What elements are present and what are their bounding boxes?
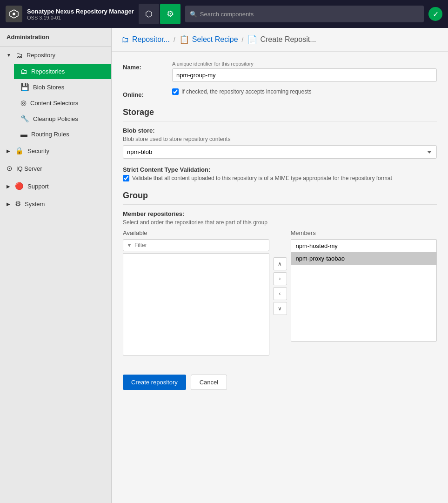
cube-nav-button[interactable]: ⬡: [139, 4, 159, 24]
form-area: Name: A unique identifier for this repos…: [112, 52, 448, 409]
breadcrumb-select-recipe[interactable]: 📋 Select Recipe: [179, 34, 238, 45]
chevron-left-icon: ‹: [279, 290, 281, 297]
chevron-up-icon: ∧: [278, 261, 282, 267]
sidebar-item-system[interactable]: ▶ ⚙ System: [0, 195, 111, 213]
cleanup-policies-icon: 🔧: [20, 114, 29, 123]
create-repository-button[interactable]: Create repository: [123, 375, 186, 390]
blob-store-select[interactable]: npm-blob default: [123, 145, 437, 159]
arrow-icon: ▶: [7, 184, 10, 189]
sidebar-item-blob-stores[interactable]: 💾 Blob Stores: [14, 79, 111, 95]
breadcrumb-label: Create Reposit...: [260, 35, 316, 44]
name-row: Name: A unique identifier for this repos…: [123, 61, 437, 82]
online-checkbox-row: If checked, the repository accepts incom…: [172, 88, 437, 95]
search-bar: 🔍: [185, 6, 424, 22]
sidebar-item-label: Cleanup Policies: [33, 115, 78, 122]
sidebar-item-label: Security: [27, 148, 49, 154]
list-item[interactable]: npm-proxy-taobao: [291, 252, 437, 265]
arrow-icon: ▶: [7, 148, 10, 154]
search-input[interactable]: [200, 11, 419, 18]
sidebar-item-repositories[interactable]: 🗂 Repositories: [14, 64, 111, 79]
name-input[interactable]: [172, 68, 437, 82]
sidebar-item-repository[interactable]: ▼ 🗂 Repository: [0, 47, 111, 64]
sidebar-item-cleanup-policies[interactable]: 🔧 Cleanup Policies: [14, 111, 111, 127]
content-selectors-icon: ◎: [20, 99, 27, 107]
members-column: Members npm-hosted-my npm-proxy-taobao: [291, 229, 437, 342]
strict-hint-label: Validate that all content uploaded to th…: [132, 175, 392, 181]
sidebar-item-label: Content Selectors: [30, 100, 78, 107]
sidebar-item-content-selectors[interactable]: ◎ Content Selectors: [14, 95, 111, 111]
sidebar-item-label: System: [25, 201, 45, 208]
online-hint-label: If checked, the repository accepts incom…: [181, 88, 311, 95]
sidebar-item-label: Support: [27, 183, 49, 190]
main-layout: Administration ▼ 🗂 Repository 🗂 Reposito…: [0, 28, 448, 503]
blob-store-hint: Blob store used to store repository cont…: [123, 136, 437, 142]
sidebar: Administration ▼ 🗂 Repository 🗂 Reposito…: [0, 28, 112, 503]
bc-repo-icon: 🗂: [121, 35, 129, 45]
online-checkbox[interactable]: [172, 88, 179, 95]
arrow-icon: ▶: [7, 201, 10, 207]
sidebar-item-iq-server[interactable]: ⊙ IQ Server: [0, 160, 111, 177]
move-up-button[interactable]: ∧: [273, 257, 287, 270]
blob-stores-icon: 💾: [20, 83, 29, 91]
blob-store-group: Blob store: Blob store used to store rep…: [123, 127, 437, 159]
repositories-icon: 🗂: [20, 67, 27, 75]
breadcrumb: 🗂 Repositor... / 📋 Select Recipe / 📄 Cre…: [112, 28, 448, 52]
move-down-button[interactable]: ∨: [273, 302, 287, 315]
topbar-nav: ⬡ ⚙: [139, 4, 181, 24]
online-label: Online:: [123, 88, 165, 98]
sidebar-item-label: Blob Stores: [33, 84, 64, 91]
chevron-right-icon: ›: [279, 275, 281, 282]
breadcrumb-repositories[interactable]: 🗂 Repositor...: [121, 35, 170, 45]
gear-nav-button[interactable]: ⚙: [160, 4, 181, 24]
online-value-col: If checked, the repository accepts incom…: [172, 88, 437, 95]
blob-store-label: Blob store:: [123, 127, 437, 134]
filter-wrapper: ▼: [123, 239, 269, 251]
transfer-controls: ∧ › ‹ ∨: [269, 229, 291, 315]
system-icon: ⚙: [15, 200, 21, 208]
arrow-icon: ▼: [7, 53, 11, 58]
app-title: Sonatype Nexus Repository Manager: [27, 8, 134, 15]
topbar: Sonatype Nexus Repository Manager OSS 3.…: [0, 0, 448, 28]
name-label: Name:: [123, 61, 165, 71]
filter-input[interactable]: [123, 239, 269, 251]
bc-create-icon: 📄: [247, 34, 257, 45]
breadcrumb-create-repository: 📄 Create Reposit...: [247, 34, 316, 45]
members-list-box: npm-hosted-my npm-proxy-taobao: [291, 239, 437, 342]
svg-point-1: [13, 13, 15, 15]
online-row: Online: If checked, the repository accep…: [123, 88, 437, 98]
name-hint: A unique identifier for this repository: [172, 61, 437, 67]
name-value-col: A unique identifier for this repository: [172, 61, 437, 82]
security-icon: 🔒: [15, 147, 24, 155]
strict-checkbox[interactable]: [123, 175, 129, 181]
sidebar-item-routing-rules[interactable]: ▬ Routing Rules: [14, 127, 111, 142]
member-repos-group: Member repositories: Select and order th…: [123, 210, 437, 355]
strict-validation-group: Strict Content Type Validation: Validate…: [123, 166, 437, 181]
move-left-button[interactable]: ‹: [273, 287, 287, 300]
move-right-button[interactable]: ›: [273, 272, 287, 285]
available-label: Available: [123, 229, 269, 236]
group-section-title: Group: [123, 191, 437, 205]
members-area: Available ▼ ∧: [123, 229, 437, 355]
member-repos-label: Member repositories:: [123, 210, 437, 217]
filter-icon: ▼: [127, 242, 132, 248]
main-content: 🗂 Repositor... / 📋 Select Recipe / 📄 Cre…: [112, 28, 448, 503]
strict-label: Strict Content Type Validation:: [123, 166, 437, 173]
sidebar-item-label: IQ Server: [16, 165, 42, 172]
cancel-button[interactable]: Cancel: [191, 375, 227, 390]
sidebar-item-support[interactable]: ▶ 🔴 Support: [0, 177, 111, 195]
list-item[interactable]: npm-hosted-my: [291, 240, 437, 252]
status-indicator: ✓: [428, 7, 442, 21]
app-logo: Sonatype Nexus Repository Manager OSS 3.…: [6, 6, 134, 22]
available-column: Available ▼: [123, 229, 269, 355]
bc-separator-2: /: [242, 36, 244, 43]
sidebar-item-label: Repository: [27, 52, 55, 59]
member-repos-hint: Select and order the repositories that a…: [123, 219, 437, 226]
sidebar-item-security[interactable]: ▶ 🔒 Security: [0, 142, 111, 160]
sidebar-item-label: Repositories: [31, 68, 65, 75]
app-title-block: Sonatype Nexus Repository Manager OSS 3.…: [27, 8, 134, 20]
sidebar-item-label: Routing Rules: [31, 131, 69, 138]
routing-rules-icon: ▬: [20, 130, 27, 138]
sidebar-title: Administration: [0, 28, 111, 47]
search-icon: 🔍: [190, 11, 197, 18]
sidebar-sub-repository: 🗂 Repositories 💾 Blob Stores ◎ Content S…: [0, 64, 111, 142]
